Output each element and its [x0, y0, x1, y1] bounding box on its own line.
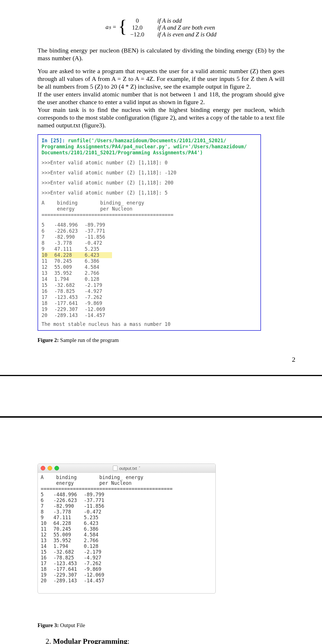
chevron-down-icon[interactable]: ˅: [139, 466, 140, 470]
page-number: 2: [292, 356, 295, 363]
a5-formula: a₅ = { 0 12.0 −12.0 if A is odd if A and…: [38, 17, 284, 38]
table-row: 1170.2456.386: [41, 526, 111, 532]
mac-titlebar: output.txt ˅: [38, 464, 215, 473]
th-be: binding energy: [56, 474, 99, 486]
output-file-body: A binding energy binding_ energy per Nuc…: [38, 473, 215, 593]
table-row: 16-78.825-4.927: [42, 288, 112, 294]
page-2: output.txt ˅ A binding energy binding_ e…: [12, 418, 310, 644]
table-row: 1255.0094.584: [42, 264, 112, 270]
table-row: 1064.2286.423: [42, 252, 112, 258]
console-cmd-line3: Documents/2101/2101_S2021/Programming As…: [42, 150, 257, 156]
console-table: A binding energy binding_ energy per Nuc…: [42, 200, 180, 218]
window-title: output.txt ˅: [113, 466, 140, 471]
table-row: 20-289.143-14.457: [41, 578, 111, 583]
figure2-caption: Figure 2: Sample run of the program: [38, 337, 284, 343]
table-row: 18-177.641-9.869: [42, 300, 112, 306]
table-row: 8-3.778-0.472: [42, 240, 112, 246]
console-result: The most stable nucleus has a mass numbe…: [42, 321, 257, 327]
table-row: 19-229.307-12.069: [41, 572, 111, 578]
table-row: 141.7940.128: [41, 543, 111, 549]
page-separator: [0, 375, 322, 418]
formula-lhs: a₅ =: [106, 17, 118, 38]
th-a: A: [41, 474, 56, 486]
table-divider: ========================================…: [42, 212, 180, 218]
table-row: 17-123.453-7.262: [41, 561, 111, 566]
console-output-figure2: In [25]: runfile('/Users/hamzazidoum/Doc…: [38, 134, 261, 331]
output-file-window: output.txt ˅ A binding energy binding_ e…: [38, 464, 216, 594]
paragraph-ben: The binding energy per nucleon (BEN) is …: [38, 46, 284, 62]
table-row: 16-78.825-4.927: [41, 555, 111, 561]
table-row: 947.1115.235: [41, 515, 111, 520]
console-cmd-line2: Programming Assignments/PA4/pa4_nuclear.…: [42, 144, 257, 150]
console-io-1: >>>Enter valid atomic number (Z) [1,118]…: [42, 170, 257, 176]
console-cmd-line1: In [25]: runfile('/Users/hamzazidoum/Doc…: [42, 138, 257, 144]
figure3-caption: Figure 3: Output File: [38, 622, 284, 629]
formula-brace: {: [118, 17, 129, 38]
table-row: 1335.9522.766: [42, 270, 112, 276]
formula-val-2: −12.0: [129, 31, 146, 38]
table-row: 7-82.990-11.856: [41, 503, 111, 509]
table-head-row: A binding energy binding_ energy per Nuc…: [42, 200, 180, 212]
table-row: 17-123.453-7.262: [42, 294, 112, 300]
table-row: 1064.2286.423: [41, 520, 111, 526]
close-icon[interactable]: [41, 466, 45, 470]
console-data-rows: 5-448.996-89.7996-226.623-37.7717-82.990…: [42, 222, 112, 318]
table-row: 20-289.143-14.457: [42, 312, 112, 318]
document-icon: [113, 466, 117, 471]
formula-val-0: 0: [129, 17, 146, 24]
formula-cond-0: if A is odd: [157, 17, 216, 24]
table-row: 8-3.778-0.472: [41, 509, 111, 515]
table-row: 1335.9522.766: [41, 538, 111, 543]
paragraph-task-c: Your main task is to find the nucleus wi…: [38, 106, 284, 129]
table-row: 19-229.307-12.069: [42, 306, 112, 312]
table-row: 7-82.990-11.856: [42, 234, 112, 240]
table-row: 6-226.623-37.771: [42, 228, 112, 234]
section-2-heading: 2. Modular Programming:: [46, 637, 284, 644]
console-io-2: >>>Enter valid atomic number (Z) [1,118]…: [42, 180, 257, 186]
table-row: 15-32.682-2.179: [41, 549, 111, 555]
minimize-icon[interactable]: [48, 466, 52, 470]
table-row: 5-448.996-89.799: [42, 222, 112, 228]
table-head-row: A binding energy binding_ energy per Nuc…: [41, 474, 180, 486]
formula-cond-1: if A and Z are both even: [157, 24, 216, 31]
zoom-icon[interactable]: [54, 466, 59, 470]
output-table: A binding energy binding_ energy per Nuc…: [41, 474, 180, 492]
paragraph-task-b: If the user enters invalid atomic number…: [38, 90, 284, 106]
table-row: 6-226.623-37.771: [41, 497, 111, 503]
page-1: a₅ = { 0 12.0 −12.0 if A is odd if A and…: [12, 0, 310, 375]
table-row: 15-32.682-2.179: [42, 282, 112, 288]
console-io-0: >>>Enter valid atomic number (Z) [1,118]…: [42, 160, 257, 166]
console-io-3: >>>Enter valid atomic number (Z) [1,118]…: [42, 190, 257, 196]
th-be: binding energy: [57, 200, 100, 212]
formula-cond-2: if A is even and Z is Odd: [157, 31, 216, 38]
table-row: 1255.0094.584: [41, 532, 111, 538]
table-row: 141.7940.128: [42, 276, 112, 282]
table-row: 5-448.996-89.799: [41, 492, 111, 497]
table-row: 1170.2456.386: [42, 258, 112, 264]
table-divider: ========================================…: [41, 486, 180, 492]
output-data-rows: 5-448.996-89.7996-226.623-37.7717-82.990…: [41, 492, 111, 583]
th-ben: binding_ energy per Nucleon: [100, 200, 180, 212]
traffic-lights: [41, 466, 59, 470]
formula-val-1: 12.0: [129, 24, 146, 31]
th-ben: binding_ energy per Nucleon: [99, 474, 180, 486]
table-row: 947.1115.235: [42, 246, 112, 252]
th-a: A: [42, 200, 57, 212]
table-row: 18-177.641-9.869: [41, 566, 111, 572]
paragraph-task-a: You are asked to write a program that re…: [38, 67, 284, 90]
